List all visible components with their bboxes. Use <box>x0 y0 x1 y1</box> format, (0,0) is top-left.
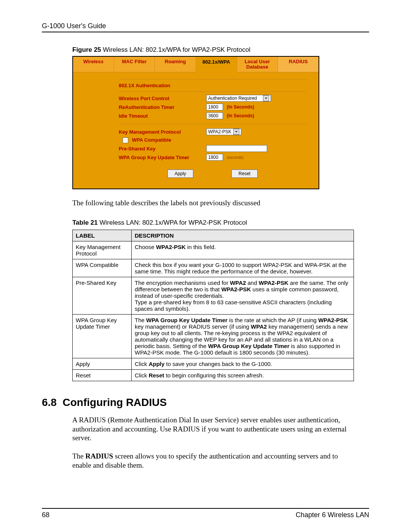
figure-caption-rest: Wireless LAN: 802.1x/WPA for WPA2-PSK Pr… <box>101 46 250 53</box>
page-number: 68 <box>42 511 49 519</box>
table-cell-label: Pre-Shared Key <box>73 277 132 314</box>
table-row: WPA CompatibleCheck this box if you want… <box>73 259 354 277</box>
table-row: Key Management ProtocolChoose WPA2-PSK i… <box>73 241 354 259</box>
table-caption: Table 21 Wireless LAN: 802.1x/WPA for WP… <box>72 219 369 227</box>
paragraph-radius-2: The RADIUS screen allows you to specify … <box>72 452 354 470</box>
table-lead: Table 21 <box>72 219 98 226</box>
reset-button[interactable]: Reset <box>231 169 258 178</box>
table-header-label: LABEL <box>73 230 132 241</box>
wpa-compatible-row: WPA Compatible <box>119 137 206 143</box>
table-row: WPA Group Key Update TimerThe WPA Group … <box>73 314 354 358</box>
table-header-desc: DESCRIPTION <box>132 230 354 241</box>
tab-mac-filter[interactable]: MAC Filter <box>114 57 155 72</box>
tab-wireless[interactable]: Wireless <box>73 57 114 72</box>
table-row: Pre-Shared KeyThe encryption mechanisms … <box>73 277 354 314</box>
table-cell-desc: The WPA Group Key Update Timer is the ra… <box>132 314 354 358</box>
table-caption-rest: Wireless LAN: 802.1x/WPA for WPA2-PSK Pr… <box>98 219 247 226</box>
tab-roaming[interactable]: Roaming <box>155 57 196 72</box>
table-cell-desc: Choose WPA2-PSK in this field. <box>132 241 354 259</box>
wireless-port-control-value: Authentication Required <box>208 96 257 101</box>
tab-radius[interactable]: RADIUS <box>278 57 319 72</box>
table-cell-desc: Click Apply to save your changes back to… <box>132 358 354 369</box>
table-cell-label: WPA Compatible <box>73 259 132 277</box>
chevron-down-icon <box>233 129 239 135</box>
page-header: G-1000 User's Guide <box>42 22 369 32</box>
chevron-down-icon <box>263 95 269 101</box>
table-cell-desc: The encryption mechanisms used for WPA2 … <box>132 277 354 314</box>
wpa-group-key-timer-input[interactable]: 1800 <box>206 154 223 161</box>
wpa-compatible-label: WPA Compatible <box>132 137 171 143</box>
figure-screenshot: Wireless MAC Filter Roaming 802.1x/WPA L… <box>72 56 319 189</box>
table-cell-desc: Check this box if you want your G-1000 t… <box>132 259 354 277</box>
apply-button[interactable]: Apply <box>167 169 193 178</box>
key-mgmt-protocol-select[interactable]: WPA2-PSK <box>206 128 241 135</box>
wireless-port-control-select[interactable]: Authentication Required <box>206 95 271 102</box>
table-cell-label: Apply <box>73 358 132 369</box>
section-title: Configuring RADIUS <box>63 396 167 408</box>
reauth-timer-units: (In Seconds) <box>227 104 254 110</box>
wpa-compatible-checkbox[interactable] <box>123 137 128 143</box>
table-cell-label: Reset <box>73 369 132 381</box>
table-21: LABEL DESCRIPTION Key Management Protoco… <box>72 230 354 381</box>
pre-shared-key-input[interactable] <box>206 145 267 152</box>
figure-caption: Figure 25 Wireless LAN: 802.1x/WPA for W… <box>72 46 369 54</box>
reauth-timer-label: ReAuthentication Timer <box>119 104 206 110</box>
wireless-port-control-label: Wireless Port Control <box>119 96 206 101</box>
tab-local-user-db[interactable]: Local User Database <box>237 57 278 72</box>
idle-timeout-units: (In Seconds) <box>227 113 254 118</box>
table-cell-desc: Click Reset to begin configuring this sc… <box>132 369 354 381</box>
reauth-timer-input[interactable]: 1800 <box>206 104 223 110</box>
section-heading: 6.8 Configuring RADIUS <box>42 396 369 409</box>
key-mgmt-protocol-value: WPA2-PSK <box>208 129 231 134</box>
para3-pre: The <box>72 452 85 460</box>
idle-timeout-input[interactable]: 3600 <box>206 112 223 119</box>
paragraph-radius-1: A RADIUS (Remote Authentication Dial In … <box>72 415 354 443</box>
chapter-label: Chapter 6 Wireless LAN <box>296 511 369 519</box>
section-number: 6.8 <box>42 396 57 408</box>
table-row: ResetClick Reset to begin configuring th… <box>73 369 354 381</box>
table-cell-label: WPA Group Key Update Timer <box>73 314 132 358</box>
table-row: ApplyClick Apply to save your changes ba… <box>73 358 354 369</box>
key-mgmt-protocol-label: Key Management Protocol <box>119 129 206 135</box>
idle-timeout-label: Idle Timeout <box>119 113 206 119</box>
wpa-group-key-timer-label: WPA Group Key Update Timer <box>119 155 206 160</box>
tab-bar: Wireless MAC Filter Roaming 802.1x/WPA L… <box>73 57 319 72</box>
paragraph-intro: The following table describes the labels… <box>72 198 354 208</box>
wpa-group-key-timer-units: (seconds) <box>227 155 244 160</box>
table-cell-label: Key Management Protocol <box>73 241 132 259</box>
para3-bold: RADIUS <box>85 452 113 460</box>
figure-lead: Figure 25 <box>72 46 101 53</box>
pre-shared-key-label: Pre-Shared Key <box>119 146 206 152</box>
tab-8021x-wpa[interactable]: 802.1x/WPA <box>196 57 237 72</box>
section-8021x-auth: 802.1X Authentication <box>119 79 306 92</box>
